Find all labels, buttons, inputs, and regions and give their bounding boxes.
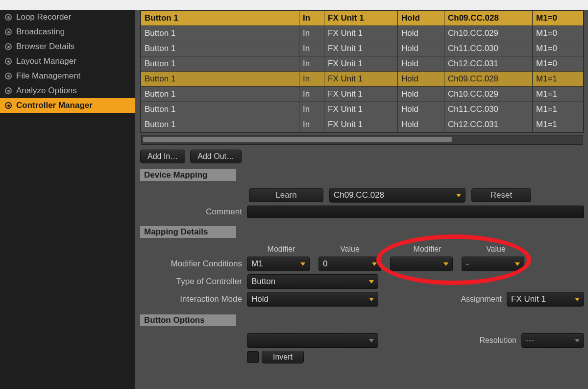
sidebar-item-controller-manager[interactable]: Controller Manager <box>0 98 135 113</box>
add-out-button[interactable]: Add Out… <box>190 150 242 163</box>
sidebar-item-broadcasting[interactable]: Broadcasting <box>0 25 135 39</box>
cell-mapped-to: Ch11.CC.030 <box>444 102 533 117</box>
cell-control: Button 1 <box>141 26 299 41</box>
section-header-button-options: Button Options <box>140 314 236 326</box>
cell-condition: M1=1 <box>533 72 584 87</box>
table-row[interactable]: Button 1InFX Unit 1HoldCh11.CC.030M1=0 <box>141 41 584 56</box>
sidebar-item-label: File Management <box>16 71 80 81</box>
section-header-device-mapping: Device Mapping <box>140 169 236 181</box>
cell-assignment: FX Unit 1 <box>324 56 398 72</box>
sidebar-item-label: Broadcasting <box>16 27 65 37</box>
table-row[interactable]: Button 1InFX Unit 1HoldCh12.CC.031M1=0 <box>141 56 584 72</box>
button-options-select[interactable] <box>247 333 378 348</box>
cell-io: In <box>299 26 324 41</box>
table-row[interactable]: Button 1InFX Unit 1HoldCh09.CC.028M1=0 <box>141 11 584 26</box>
cell-control: Button 1 <box>141 41 299 56</box>
sidebar-item-label: Loop Recorder <box>16 12 71 22</box>
horizontal-scrollbar[interactable] <box>141 135 583 145</box>
cell-control: Button 1 <box>141 102 299 117</box>
value1-select[interactable]: 0 <box>318 257 381 271</box>
sidebar-item-file-management[interactable]: File Management <box>0 69 135 83</box>
col-header-modifier: Modifier <box>247 245 316 254</box>
modifier-conditions-label: Modifier Conditions <box>140 259 247 269</box>
cell-assignment: FX Unit 1 <box>324 102 398 117</box>
cell-io: In <box>299 102 324 117</box>
cell-io: In <box>299 56 324 72</box>
invert-button[interactable]: Invert <box>262 351 304 363</box>
sidebar-item-layout-manager[interactable]: Layout Manager <box>0 54 135 69</box>
cell-control: Button 1 <box>141 117 299 132</box>
modifier2-select[interactable] <box>390 257 453 271</box>
radio-icon <box>5 73 12 79</box>
invert-checkbox[interactable] <box>247 351 259 363</box>
cell-mode: Hold <box>398 41 444 56</box>
radio-icon <box>5 43 12 50</box>
section-header-mapping-details: Mapping Details <box>140 226 236 238</box>
assignment-table[interactable]: Button 1InFX Unit 1HoldCh09.CC.028M1=0Bu… <box>140 10 584 133</box>
cell-condition: M1=0 <box>533 26 584 41</box>
cell-assignment: FX Unit 1 <box>324 11 398 26</box>
sidebar-item-browser-details[interactable]: Browser Details <box>0 39 135 54</box>
cell-control: Button 1 <box>141 72 299 87</box>
interaction-mode-label: Interaction Mode <box>140 294 247 304</box>
cell-io: In <box>299 87 324 102</box>
chevron-down-icon <box>300 262 305 266</box>
reset-button[interactable]: Reset <box>471 188 531 202</box>
mapped-to-select[interactable]: Ch09.CC.028 <box>329 188 466 203</box>
assignment-select[interactable]: FX Unit 1 <box>507 292 584 307</box>
radio-icon <box>5 28 12 35</box>
table-row[interactable]: Button 1InFX Unit 1HoldCh09.CC.028M1=1 <box>141 72 584 87</box>
type-of-controller-label: Type of Controller <box>140 277 247 286</box>
interaction-mode-select[interactable]: Hold <box>247 292 378 307</box>
cell-control: Button 1 <box>141 56 299 72</box>
value2-select[interactable]: - <box>462 257 524 271</box>
cell-io: In <box>299 11 324 26</box>
cell-mode: Hold <box>398 102 444 117</box>
chevron-down-icon <box>575 339 580 342</box>
chevron-down-icon <box>369 280 374 284</box>
chevron-down-icon <box>515 262 520 266</box>
cell-assignment: FX Unit 1 <box>324 41 398 56</box>
sidebar-item-loop-recorder[interactable]: Loop Recorder <box>0 10 135 25</box>
cell-io: In <box>299 117 324 132</box>
col-header-modifier2: Modifier <box>393 245 462 254</box>
table-row[interactable]: Button 1InFX Unit 1HoldCh10.CC.029M1=0 <box>141 26 584 41</box>
chevron-down-icon <box>369 298 374 301</box>
preferences-sidebar: Loop Recorder Broadcasting Browser Detai… <box>0 0 136 389</box>
table-row[interactable]: Button 1InFX Unit 1HoldCh12.CC.031M1=1 <box>141 117 584 132</box>
cell-mapped-to: Ch11.CC.030 <box>444 41 533 56</box>
cell-condition: M1=0 <box>533 11 584 26</box>
comment-input[interactable] <box>247 206 584 218</box>
cell-mode: Hold <box>398 72 444 87</box>
resolution-label: Resolution <box>479 336 516 345</box>
type-of-controller-select[interactable]: Button <box>247 274 378 289</box>
cell-io: In <box>299 72 324 87</box>
col-header-value: Value <box>316 245 384 254</box>
learn-button[interactable]: Learn <box>249 188 323 202</box>
col-header-value2: Value <box>462 245 530 254</box>
cell-condition: M1=1 <box>533 102 584 117</box>
chevron-down-icon <box>372 262 377 266</box>
cell-mapped-to: Ch09.CC.028 <box>444 72 533 87</box>
cell-assignment: FX Unit 1 <box>324 87 398 102</box>
modifier1-select[interactable]: M1 <box>247 257 310 271</box>
chevron-down-icon <box>575 298 580 301</box>
add-in-button[interactable]: Add In… <box>140 150 185 163</box>
sidebar-item-label: Layout Manager <box>16 56 76 66</box>
radio-icon <box>5 87 12 94</box>
chevron-down-icon <box>369 339 374 342</box>
cell-mapped-to: Ch09.CC.028 <box>444 11 533 26</box>
main-panel: Button 1InFX Unit 1HoldCh09.CC.028M1=0Bu… <box>136 0 588 389</box>
comment-label: Comment <box>140 207 247 217</box>
cell-assignment: FX Unit 1 <box>324 26 398 41</box>
cell-assignment: FX Unit 1 <box>324 117 398 132</box>
radio-icon <box>5 14 12 21</box>
cell-condition: M1=1 <box>533 117 584 132</box>
table-row[interactable]: Button 1InFX Unit 1HoldCh10.CC.029M1=1 <box>141 87 584 102</box>
sidebar-item-analyze-options[interactable]: Analyze Options <box>0 83 135 98</box>
cell-condition: M1=0 <box>533 41 584 56</box>
resolution-select[interactable]: --- <box>521 333 584 348</box>
cell-io: In <box>299 41 324 56</box>
table-row[interactable]: Button 1InFX Unit 1HoldCh11.CC.030M1=1 <box>141 102 584 117</box>
cell-mode: Hold <box>398 56 444 72</box>
